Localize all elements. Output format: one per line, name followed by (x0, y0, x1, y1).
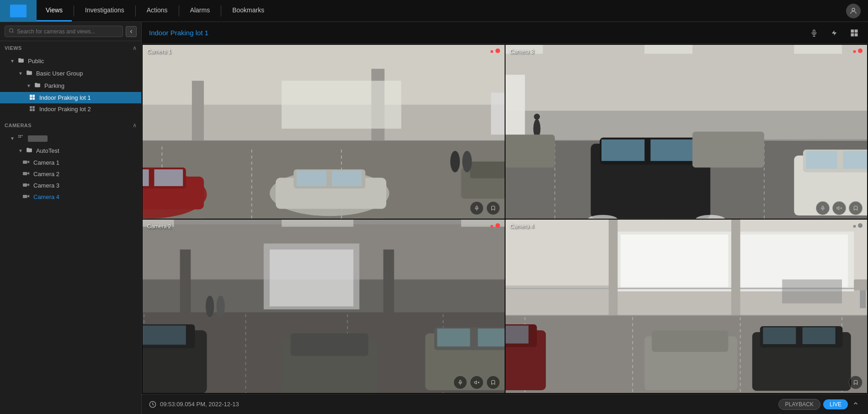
svg-rect-24 (851, 29, 854, 32)
sidebar-item-indoor-lot1[interactable]: Indoor Praking lot 1 (0, 92, 141, 103)
svg-rect-105 (143, 325, 186, 344)
svg-rect-124 (734, 234, 848, 287)
chevron-down-icon: ▼ (18, 148, 23, 153)
svg-rect-7 (30, 106, 32, 108)
cameras-section-header[interactable]: CAMERAS ∧ (0, 118, 141, 132)
svg-point-1 (10, 29, 13, 32)
camera-cell-2[interactable]: Camera 2 ■ (143, 220, 505, 393)
sidebar-item-indoor-lot2[interactable]: Indoor Praking lot 2 (0, 103, 141, 115)
svg-rect-77 (806, 151, 837, 169)
nav-tab-actions[interactable]: Actions (138, 0, 177, 22)
svg-point-63 (534, 113, 540, 119)
content-area: Indoor Praking lot 1 (142, 22, 868, 414)
nav-separator-2 (135, 5, 136, 16)
camera-1-label: Camera 1 (147, 48, 171, 55)
sidebar-item-camera2[interactable]: Camera 2 (0, 168, 141, 180)
microphone-icon[interactable] (808, 27, 820, 39)
svg-rect-52 (282, 81, 401, 129)
nav-tab-investigations[interactable]: Investigations (76, 0, 133, 22)
user-icon[interactable] (846, 4, 861, 18)
svg-rect-15 (20, 137, 21, 138)
camera-1-bookmark-button[interactable] (486, 201, 500, 215)
flash-icon[interactable] (828, 27, 841, 39)
svg-point-107 (217, 296, 225, 317)
svg-rect-59 (794, 45, 842, 54)
nav-tab-views[interactable]: Views (37, 0, 72, 22)
nav-tab-bookmarks[interactable]: Bookmarks (223, 0, 273, 22)
sidebar-item-public[interactable]: ▼ Public (0, 55, 141, 67)
views-section-header[interactable]: VIEWS ∧ (0, 41, 141, 55)
camera-cell-4[interactable]: Camera 4 ■ (506, 220, 868, 393)
svg-rect-19 (23, 195, 27, 198)
sidebar-item-camera4[interactable]: Camera 4 (0, 191, 141, 203)
chevron-down-icon: ▼ (10, 136, 15, 141)
camera-2-bookmark-button[interactable] (486, 376, 500, 389)
camera-3-bookmark-button[interactable] (849, 201, 863, 215)
grid-view-icon (29, 94, 35, 101)
folder-icon (34, 82, 41, 90)
sidebar-item-parking[interactable]: ▼ Parking (0, 80, 141, 92)
app-logo[interactable] (0, 0, 37, 22)
grid-layout-icon[interactable] (848, 27, 861, 39)
live-button[interactable]: LIVE (823, 399, 848, 409)
search-input-wrap[interactable] (5, 26, 123, 37)
svg-rect-4 (32, 95, 35, 97)
svg-rect-9 (30, 109, 32, 111)
search-input[interactable] (17, 28, 119, 35)
nav-tab-alarms[interactable]: Alarms (181, 0, 219, 22)
svg-rect-56 (506, 45, 868, 111)
camera-icon (23, 159, 29, 166)
time-display: 09:53:09.054 PM, 2022-12-13 (149, 401, 239, 408)
svg-rect-91 (282, 220, 353, 227)
rec-dot (495, 48, 500, 53)
camera-cell-3[interactable]: Camera 3 ■ (506, 45, 868, 219)
playback-button[interactable]: PLAYBACK (778, 399, 820, 410)
sidebar-item-camera1[interactable]: Camera 1 (0, 157, 141, 168)
svg-marker-84 (837, 206, 839, 210)
recording-icon: ■ (490, 48, 494, 54)
camera-3-speaker-button[interactable] (832, 201, 846, 215)
camera-2-speaker-button[interactable] (470, 376, 484, 389)
nav-separator-4 (221, 5, 221, 16)
svg-rect-115 (459, 380, 461, 383)
svg-rect-20 (813, 30, 815, 33)
expand-playback-button[interactable] (851, 398, 861, 410)
recording-icon: ■ (853, 48, 856, 54)
svg-rect-112 (437, 328, 470, 346)
svg-rect-123 (620, 234, 728, 287)
camera-3-mic-button[interactable] (816, 201, 830, 215)
camera-4-status: ■ (853, 223, 863, 229)
sidebar-item-basic-user-group[interactable]: ▼ Basic User Group (0, 67, 141, 80)
sidebar-item-camera3[interactable]: Camera 3 (0, 180, 141, 191)
svg-rect-51 (491, 93, 504, 135)
logo-square (10, 5, 27, 17)
camera-2-mic-button[interactable] (453, 376, 467, 389)
svg-point-106 (206, 296, 214, 317)
sidebar-item-autotest[interactable]: ▼ AutoTest (0, 145, 141, 157)
svg-rect-3 (30, 95, 32, 97)
camera-4-bookmark-button[interactable] (849, 376, 863, 389)
camera-icon (23, 194, 29, 200)
svg-line-2 (12, 32, 13, 32)
camera-cell-1[interactable]: Camera 1 ■ (143, 45, 505, 219)
svg-rect-113 (478, 328, 504, 346)
sidebar-item-cameras-group[interactable]: ▼ (0, 132, 141, 145)
sidebar: VIEWS ∧ ▼ Public ▼ Basic User Group ▼ (0, 22, 142, 414)
svg-rect-48 (470, 161, 504, 178)
main-layout: VIEWS ∧ ▼ Public ▼ Basic User Group ▼ (0, 22, 868, 414)
rec-dot-2 (495, 223, 500, 228)
nav-separator-3 (179, 5, 179, 16)
bottom-bar: 09:53:09.054 PM, 2022-12-13 PLAYBACK LIV… (142, 394, 868, 414)
sidebar-collapse-button[interactable] (126, 26, 137, 37)
svg-rect-142 (763, 327, 796, 344)
nav-right (846, 4, 868, 18)
folder-icon (26, 147, 32, 155)
clock-icon (149, 401, 156, 408)
camera-1-mic-button[interactable] (470, 201, 484, 215)
chevron-down-icon: ▼ (27, 83, 31, 88)
svg-rect-45 (297, 171, 326, 186)
svg-rect-6 (32, 97, 35, 100)
content-header: Indoor Praking lot 1 (142, 22, 868, 44)
recording-icon: ■ (490, 223, 494, 229)
camera-3-controls (816, 201, 863, 215)
